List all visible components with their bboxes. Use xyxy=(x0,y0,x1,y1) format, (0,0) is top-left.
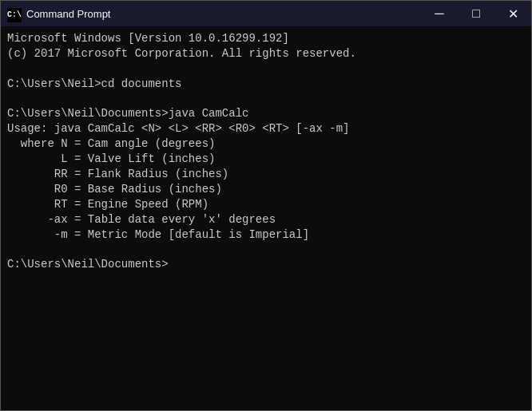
terminal-output: Microsoft Windows [Version 10.0.16299.19… xyxy=(7,31,525,272)
cmd-window: C:\ Command Prompt ─ □ ✕ Microsoft Windo… xyxy=(0,0,532,411)
title-bar: C:\ Command Prompt ─ □ ✕ xyxy=(1,1,531,26)
close-button[interactable]: ✕ xyxy=(494,1,531,26)
terminal-area[interactable]: Microsoft Windows [Version 10.0.16299.19… xyxy=(1,26,531,410)
minimize-button[interactable]: ─ xyxy=(421,1,458,26)
window-controls: ─ □ ✕ xyxy=(421,1,531,26)
maximize-button[interactable]: □ xyxy=(458,1,494,26)
cmd-icon: C:\ xyxy=(7,6,22,21)
